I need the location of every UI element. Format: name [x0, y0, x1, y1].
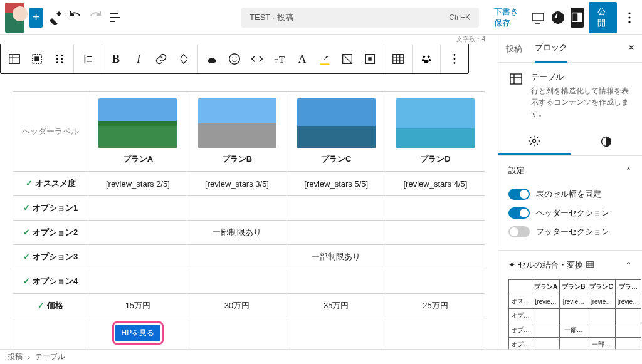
svg-text:T: T [275, 58, 278, 64]
shortcut-hint: Ctrl+K [449, 13, 470, 22]
tab-post[interactable]: 投稿 [506, 36, 522, 62]
chevron-up-icon: ⌃ [625, 261, 632, 270]
add-block-button[interactable]: + [29, 8, 43, 28]
emoji-button[interactable] [223, 48, 246, 70]
table-row[interactable]: HPを見る [13, 318, 485, 348]
more-rich-text-button[interactable] [172, 48, 195, 70]
jetpack-icon[interactable] [550, 8, 566, 28]
breadcrumb-post[interactable]: 投稿 [8, 351, 23, 362]
table-row[interactable]: ✓オプション1 [13, 196, 485, 221]
italic-button[interactable]: I [127, 48, 150, 70]
svg-point-10 [61, 55, 63, 56]
svg-point-34 [533, 139, 536, 142]
check-icon: ✓ [23, 227, 30, 237]
plan-image [297, 98, 376, 148]
svg-rect-2 [578, 13, 582, 22]
block-more-button[interactable] [443, 48, 466, 70]
breadcrumb-table[interactable]: テーブル [35, 351, 65, 362]
svg-rect-23 [368, 57, 372, 61]
table-row[interactable]: ✓オプション4 [13, 269, 485, 294]
settings-sidebar: 投稿 ブロック × テーブル 行と列を構造化して情報を表示するコンテンツを作成し… [498, 35, 642, 349]
svg-point-5 [628, 21, 630, 23]
plan-header[interactable]: プランC [287, 92, 386, 172]
svg-rect-6 [9, 55, 20, 64]
paw-icon: ✦ [508, 260, 515, 269]
editor-canvas: 文字数：4 B I TT A [0, 35, 498, 349]
publish-button[interactable]: 公開 [589, 2, 617, 33]
word-count: 文字数：4 [456, 35, 485, 44]
header-label-cell[interactable]: ヘッダーラベル [13, 92, 88, 172]
subtab-settings[interactable] [498, 128, 571, 155]
breadcrumb: 投稿 › テーブル [0, 349, 642, 364]
align-button[interactable] [76, 48, 99, 70]
svg-point-31 [454, 58, 456, 60]
table-row[interactable]: ✓オプション3一部制限あり [13, 245, 485, 269]
svg-point-11 [56, 58, 58, 60]
table-row[interactable]: ✓オプション2一部制限あり [13, 221, 485, 245]
bold-button[interactable]: B [105, 48, 127, 70]
tab-block[interactable]: ブロック [535, 35, 567, 63]
svg-point-15 [229, 54, 240, 65]
close-sidebar-button[interactable]: × [628, 41, 634, 55]
svg-rect-20 [320, 63, 330, 65]
document-overview-button[interactable] [108, 8, 123, 28]
highlight-button[interactable] [313, 48, 336, 70]
table-row[interactable]: ✓オススメ度[review_stars 2/5][review_stars 3/… [13, 172, 485, 196]
move-button[interactable] [48, 48, 71, 70]
hp-link-button[interactable]: HPを見る [115, 325, 161, 341]
plan-header[interactable]: プランA [88, 92, 187, 172]
sidebar-toggle-button[interactable] [571, 8, 584, 28]
font-size-button[interactable]: TT [268, 48, 291, 70]
svg-point-26 [428, 56, 430, 58]
edit-mode-button[interactable] [48, 8, 63, 28]
plan-header[interactable]: プランD [386, 92, 485, 172]
subtab-styles[interactable] [571, 128, 643, 155]
cell-merge-panel-header[interactable]: ✦セルの結合・変換 ⌃ [498, 251, 642, 279]
svg-rect-8 [34, 56, 39, 61]
footer-section-toggle[interactable] [508, 226, 530, 237]
svg-point-27 [422, 59, 424, 61]
svg-text:T: T [279, 55, 285, 65]
undo-button[interactable] [68, 8, 83, 28]
more-options-button[interactable] [622, 8, 637, 28]
document-title-bar[interactable]: TEST · 投稿 Ctrl+K [241, 8, 479, 28]
avatar[interactable] [5, 3, 24, 33]
svg-point-29 [424, 60, 428, 63]
mini-table-preview[interactable]: プランAプランBプランCプラ… オス…[revie…[revie…[revie…… [508, 279, 641, 349]
fixed-width-toggle[interactable] [508, 189, 530, 200]
svg-rect-33 [510, 74, 522, 84]
save-draft-button[interactable]: 下書き保存 [489, 3, 525, 33]
check-icon: ✓ [26, 179, 33, 188]
svg-rect-24 [393, 55, 404, 64]
check-icon: ✓ [38, 301, 45, 310]
paw-icon[interactable] [415, 48, 438, 70]
svg-rect-0 [532, 13, 544, 21]
svg-point-25 [423, 56, 426, 58]
header-section-toggle[interactable] [508, 207, 530, 219]
table-row[interactable]: ✓価格15万円30万円35万円25万円 [13, 294, 485, 318]
comparison-table[interactable]: ヘッダーラベル プランA プランB プランC プランD ✓オススメ度[revie… [13, 91, 485, 348]
edit-table-button[interactable] [387, 48, 409, 70]
clear-format-button[interactable] [359, 48, 381, 70]
text-color-button[interactable]: A [291, 48, 313, 70]
svg-point-16 [232, 57, 233, 58]
background-color-button[interactable] [336, 48, 359, 70]
svg-point-13 [56, 61, 58, 63]
redo-button[interactable] [88, 8, 103, 28]
breadcrumb-separator: › [28, 353, 30, 361]
svg-point-14 [61, 61, 63, 63]
link-button[interactable] [150, 48, 172, 70]
code-button[interactable] [246, 48, 268, 70]
block-type-button[interactable] [3, 48, 26, 70]
chevron-up-icon: ⌃ [625, 166, 632, 175]
svg-point-17 [236, 57, 237, 58]
top-bar: + TEST · 投稿 Ctrl+K 下書き保存 公開 [0, 0, 642, 35]
plan-image [98, 98, 177, 148]
plan-image [396, 98, 475, 148]
sango-icon[interactable] [201, 48, 223, 70]
select-cell-button[interactable] [26, 48, 48, 70]
plan-header[interactable]: プランB [187, 92, 287, 172]
settings-panel-header[interactable]: 設定⌃ [498, 156, 642, 185]
plan-image [198, 98, 276, 148]
preview-desktop-button[interactable] [530, 8, 545, 28]
